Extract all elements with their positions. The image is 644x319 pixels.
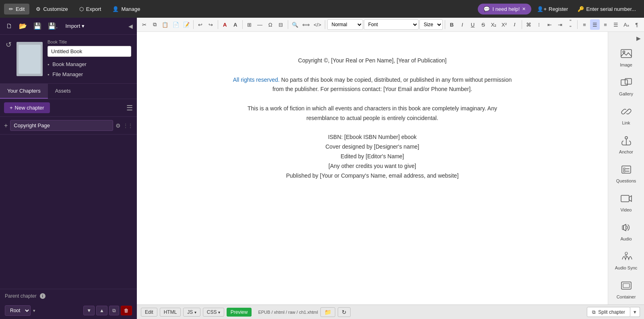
parent-chapter-label: Parent chapter	[5, 293, 37, 299]
outdent-btn[interactable]: ⇤	[545, 19, 554, 30]
redo-editor-btn[interactable]: ↪	[206, 19, 216, 30]
parent-delete-btn[interactable]: 🗑	[121, 306, 132, 315]
align-justify-btn[interactable]: ☰	[611, 19, 621, 30]
copy-btn[interactable]: ⧉	[150, 19, 159, 30]
panel-item-questions[interactable]: Questions	[611, 159, 642, 186]
panel-item-link[interactable]: Link	[611, 101, 642, 128]
book-manager-btn[interactable]: ▪ Book Manager	[47, 60, 131, 68]
undo-editor-btn[interactable]: ↩	[196, 19, 205, 30]
strikethrough-btn[interactable]: S	[479, 19, 488, 30]
italic-alt-btn[interactable]: I	[510, 19, 520, 30]
paragraph-marks-btn[interactable]: ¶	[632, 19, 642, 30]
parent-copy-btn[interactable]: ⧉	[109, 306, 119, 315]
align-center-btn[interactable]: ☰	[590, 19, 600, 30]
right-panel-expand-btn[interactable]: ▶	[636, 35, 641, 41]
indent-btn[interactable]: ⇥	[555, 19, 565, 30]
split-chapter-dropdown-btn[interactable]: ▾	[630, 307, 640, 317]
panel-item-audio[interactable]: Audio	[611, 217, 642, 244]
save-btn[interactable]: 💾	[31, 21, 43, 31]
bottom-edit-btn[interactable]: Edit	[141, 308, 157, 317]
paragraph-format-select[interactable]: Normal Heading 1 Heading 2	[327, 19, 363, 30]
parent-root-select[interactable]: Root	[5, 305, 31, 316]
unordered-list-btn[interactable]: ⁝	[534, 19, 544, 30]
font-select[interactable]: Font Arial Times New Roman	[364, 19, 419, 30]
chapter-name-input[interactable]	[10, 120, 113, 131]
chapter-item[interactable]: + ⚙ ⋮⋮	[0, 117, 137, 135]
chapters-tabs: Your Chapters Assets	[0, 84, 137, 99]
panel-item-container[interactable]: Container	[611, 275, 642, 302]
find-btn[interactable]: 🔍	[290, 19, 299, 30]
parent-move-down-btn[interactable]: ▼	[83, 306, 95, 315]
panel-item-gallery[interactable]: Gallery	[611, 72, 642, 99]
undo-btn[interactable]: ↺	[6, 40, 12, 49]
customize-nav-btn[interactable]: ⚙ Customize	[31, 4, 72, 14]
bottom-js-btn[interactable]: JS ▾	[183, 308, 200, 317]
help-button[interactable]: 💬 I need help! ✕	[478, 4, 531, 14]
align-left-btn[interactable]: ≡	[580, 19, 589, 30]
blockquote-btn[interactable]: " "	[566, 19, 575, 30]
tab-assets[interactable]: Assets	[48, 84, 78, 99]
paste-text-btn[interactable]: 📄	[171, 19, 180, 30]
cut-btn[interactable]: ✂	[139, 19, 149, 30]
bold-btn[interactable]: B	[447, 19, 457, 30]
manage-nav-btn[interactable]: 👤 Manage	[107, 4, 145, 14]
panel-item-audiosync[interactable]: Audio Sync	[611, 246, 642, 273]
table-btn[interactable]: ⊞	[245, 19, 254, 30]
book-links: ▪ Book Manager ▪ File Manager	[47, 60, 131, 79]
import-button[interactable]: Import ▾	[62, 21, 88, 31]
align-right-btn[interactable]: ≡	[601, 19, 610, 30]
new-chapter-button[interactable]: + New chapter	[4, 102, 50, 113]
chapter-list-options-btn[interactable]: ☰	[126, 104, 133, 112]
replace-btn[interactable]: ⟺	[301, 19, 312, 30]
preview-btn[interactable]: Preview	[227, 308, 252, 317]
paste-word-btn[interactable]: 📝	[182, 19, 191, 30]
italic-btn[interactable]: I	[458, 19, 467, 30]
parent-dropdown-row: Root ▾ ▼ ▲ ⧉ 🗑	[0, 305, 137, 319]
paste-btn[interactable]: 📋	[160, 19, 170, 30]
special-char-btn[interactable]: Ω	[266, 19, 275, 30]
subscript-btn[interactable]: X₂	[489, 19, 499, 30]
bottom-css-btn[interactable]: CSS ▾	[203, 308, 224, 317]
panel-item-image[interactable]: Image	[611, 43, 642, 70]
svg-point-16	[625, 252, 627, 255]
refresh-btn[interactable]: ↻	[338, 307, 351, 317]
sidebar-collapse-btn[interactable]: ◀	[128, 23, 133, 29]
underline-btn[interactable]: U	[468, 19, 478, 30]
file-manager-btn[interactable]: ▪ File Manager	[47, 70, 131, 79]
new-file-btn[interactable]: 🗋	[4, 21, 14, 31]
chapter-add-btn[interactable]: +	[4, 122, 8, 129]
serial-icon: 🔑	[578, 6, 584, 12]
import-dropdown-icon: ▾	[82, 23, 85, 29]
serial-button[interactable]: 🔑 Enter serial number...	[574, 4, 640, 14]
chapter-drag-handle[interactable]: ⋮⋮	[123, 123, 133, 128]
export-nav-btn[interactable]: ⬡ Export	[74, 4, 106, 14]
ordered-list-btn[interactable]: ⌘	[524, 19, 533, 30]
size-select[interactable]: Size 12 14 16	[419, 19, 443, 30]
split-chapter-btn[interactable]: ⧉ Split chapter	[587, 307, 630, 317]
tab-your-chapters[interactable]: Your Chapters	[0, 84, 48, 99]
superscript-btn[interactable]: X²	[500, 19, 509, 30]
book-title-input[interactable]	[47, 46, 131, 57]
panel-item-anchor[interactable]: Anchor	[611, 130, 642, 157]
pagebreak-btn[interactable]: ⊟	[276, 19, 286, 30]
format-btn[interactable]: Aₐ	[621, 19, 631, 30]
save-as-btn[interactable]: 💾.	[46, 21, 60, 31]
bg-color-btn[interactable]: A	[231, 19, 240, 30]
format-toolbar: ✂ ⧉ 📋 📄 📝 ↩ ↪ A A ⊞ — Ω ⊟ 🔍 ⟺ </> Normal	[137, 18, 644, 32]
open-file-btn[interactable]: 📂	[17, 21, 29, 31]
svg-line-4	[625, 110, 628, 113]
bottom-bar: Edit HTML JS ▾ CSS ▾ Preview EPUB / xhtm…	[137, 304, 644, 319]
register-button[interactable]: 👤+ Register	[533, 4, 572, 14]
open-folder-btn[interactable]: 📁	[320, 307, 335, 317]
bottom-html-btn[interactable]: HTML	[160, 308, 181, 317]
edit-nav-btn[interactable]: ✏ Edit	[4, 4, 29, 14]
svg-rect-8	[622, 166, 631, 173]
hr-btn[interactable]: —	[255, 19, 265, 30]
code-btn[interactable]: </>	[312, 19, 323, 30]
panel-item-video[interactable]: Video	[611, 188, 642, 215]
chapter-settings-btn[interactable]: ⚙	[116, 122, 121, 129]
font-color-btn[interactable]: A	[220, 19, 230, 30]
editor-area[interactable]: Copyright ©, [Your Real or Pen Name], [Y…	[137, 32, 608, 304]
editor-right: Copyright ©, [Your Real or Pen Name], [Y…	[137, 32, 644, 304]
parent-move-up-btn[interactable]: ▲	[96, 306, 107, 315]
